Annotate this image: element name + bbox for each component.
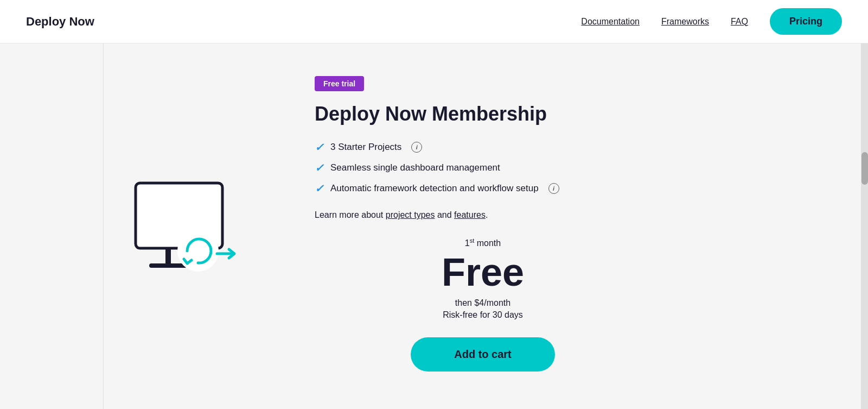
scrollbar-track[interactable]	[861, 43, 868, 409]
feature-item-2: ✓ Seamless single dashboard management	[315, 161, 651, 174]
learn-more-text: Learn more about project types and featu…	[315, 210, 651, 220]
risk-free-text: Risk-free for 30 days	[315, 310, 651, 320]
month-label: 1st month	[315, 237, 651, 248]
nav-links: Documentation Frameworks FAQ Pricing	[581, 8, 842, 35]
product-title: Deploy Now Membership	[315, 102, 651, 125]
free-trial-badge: Free trial	[315, 76, 364, 91]
documentation-link[interactable]: Documentation	[581, 17, 640, 27]
pricing-section: 1st month Free then $4/month Risk-free f…	[315, 237, 651, 320]
feature-text-2: Seamless single dashboard management	[330, 162, 500, 173]
features-list: ✓ 3 Starter Projects i ✓ Seamless single…	[315, 141, 651, 195]
product-info: Free trial Deploy Now Membership ✓ 3 Sta…	[293, 65, 673, 387]
feature-item-1: ✓ 3 Starter Projects i	[315, 141, 651, 154]
info-icon-2[interactable]: i	[548, 183, 559, 194]
page-content: Free trial Deploy Now Membership ✓ 3 Sta…	[54, 43, 814, 409]
left-divider	[103, 43, 104, 409]
add-to-cart-button[interactable]: Add to cart	[411, 337, 555, 372]
deploy-illustration	[103, 167, 255, 286]
svg-rect-2	[149, 263, 187, 268]
feature-text-1: 3 Starter Projects	[330, 142, 401, 153]
checkmark-1: ✓	[315, 141, 324, 154]
illustration-area	[65, 65, 293, 387]
feature-text-3: Automatic framework detection and workfl…	[330, 183, 539, 194]
navbar: Deploy Now Documentation Frameworks FAQ …	[0, 0, 868, 43]
pricing-button[interactable]: Pricing	[770, 8, 842, 35]
project-types-link[interactable]: project types	[386, 210, 435, 219]
checkmark-2: ✓	[315, 161, 324, 174]
faq-link[interactable]: FAQ	[731, 17, 748, 27]
info-icon-1[interactable]: i	[411, 142, 422, 153]
svg-point-3	[177, 230, 219, 272]
nav-logo[interactable]: Deploy Now	[26, 15, 94, 29]
checkmark-3: ✓	[315, 182, 324, 195]
superscript-st: st	[470, 237, 475, 244]
svg-rect-1	[165, 248, 171, 265]
features-link[interactable]: features	[454, 210, 486, 219]
then-price: then $4/month	[315, 298, 651, 308]
price-free: Free	[315, 251, 651, 294]
feature-item-3: ✓ Automatic framework detection and work…	[315, 182, 651, 195]
scrollbar-thumb[interactable]	[861, 152, 868, 185]
frameworks-link[interactable]: Frameworks	[661, 17, 709, 27]
